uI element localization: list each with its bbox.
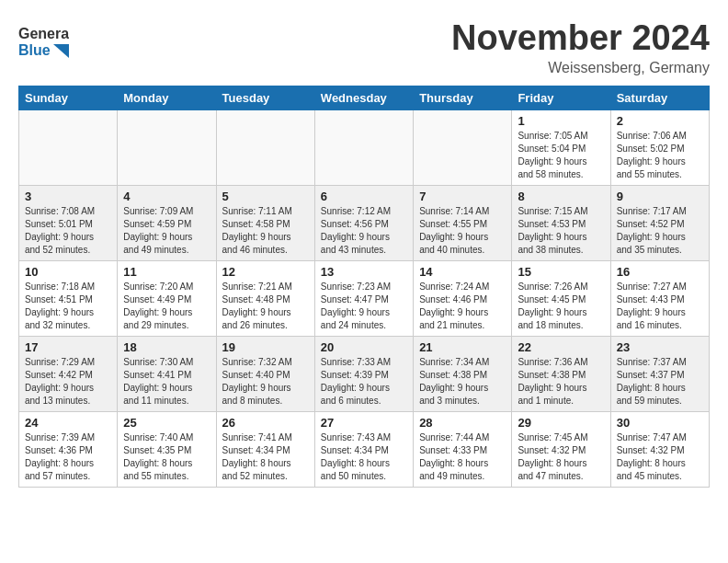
table-row: 17Sunrise: 7:29 AMSunset: 4:42 PMDayligh…: [19, 337, 118, 412]
table-row: 19Sunrise: 7:32 AMSunset: 4:40 PMDayligh…: [216, 337, 314, 412]
day-info: Sunrise: 7:34 AMSunset: 4:38 PMDaylight:…: [419, 356, 506, 408]
table-row: 30Sunrise: 7:47 AMSunset: 4:32 PMDayligh…: [610, 412, 709, 488]
day-number: 18: [123, 340, 210, 354]
col-sunday: Sunday: [19, 86, 118, 110]
day-number: 16: [617, 265, 703, 279]
table-row: 14Sunrise: 7:24 AMSunset: 4:46 PMDayligh…: [414, 261, 512, 337]
table-row: 25Sunrise: 7:40 AMSunset: 4:35 PMDayligh…: [118, 412, 216, 488]
table-row: 4Sunrise: 7:09 AMSunset: 4:59 PMDaylight…: [118, 186, 216, 261]
day-number: 24: [25, 416, 111, 430]
table-row: 5Sunrise: 7:11 AMSunset: 4:58 PMDaylight…: [216, 186, 314, 261]
day-number: 4: [123, 190, 210, 203]
day-info: Sunrise: 7:05 AMSunset: 5:04 PMDaylight:…: [518, 130, 604, 181]
day-info: Sunrise: 7:15 AMSunset: 4:53 PMDaylight:…: [518, 205, 604, 257]
day-number: 9: [617, 190, 703, 203]
col-wednesday: Wednesday: [314, 86, 413, 110]
svg-text:General: General: [18, 26, 69, 41]
day-number: 20: [321, 340, 407, 354]
day-number: 19: [222, 340, 309, 354]
day-info: Sunrise: 7:30 AMSunset: 4:41 PMDaylight:…: [123, 356, 210, 408]
location-label: Weissensberg, Germany: [451, 60, 710, 76]
col-monday: Monday: [118, 86, 216, 110]
table-row: 10Sunrise: 7:18 AMSunset: 4:51 PMDayligh…: [19, 261, 118, 337]
table-row: [19, 110, 118, 186]
day-info: Sunrise: 7:43 AMSunset: 4:34 PMDaylight:…: [321, 431, 407, 483]
day-info: Sunrise: 7:14 AMSunset: 4:55 PMDaylight:…: [419, 205, 506, 257]
svg-text:Blue: Blue: [18, 42, 51, 58]
table-row: [118, 110, 216, 186]
day-number: 15: [518, 265, 604, 279]
table-row: [414, 110, 512, 186]
day-number: 13: [321, 265, 407, 279]
table-row: 1Sunrise: 7:05 AMSunset: 5:04 PMDaylight…: [512, 110, 610, 186]
table-row: 26Sunrise: 7:41 AMSunset: 4:34 PMDayligh…: [216, 412, 314, 488]
day-number: 30: [617, 416, 703, 430]
day-info: Sunrise: 7:29 AMSunset: 4:42 PMDaylight:…: [25, 356, 111, 408]
col-tuesday: Tuesday: [216, 86, 314, 110]
month-title: November 2024: [451, 18, 710, 58]
calendar-header-row: Sunday Monday Tuesday Wednesday Thursday…: [19, 86, 710, 110]
day-info: Sunrise: 7:41 AMSunset: 4:34 PMDaylight:…: [222, 431, 309, 483]
table-row: 27Sunrise: 7:43 AMSunset: 4:34 PMDayligh…: [314, 412, 413, 488]
day-number: 8: [518, 190, 604, 203]
calendar-week-row: 10Sunrise: 7:18 AMSunset: 4:51 PMDayligh…: [19, 261, 710, 337]
table-row: 23Sunrise: 7:37 AMSunset: 4:37 PMDayligh…: [610, 337, 709, 412]
day-number: 23: [617, 340, 703, 354]
title-block: November 2024 Weissensberg, Germany: [451, 18, 710, 76]
day-info: Sunrise: 7:45 AMSunset: 4:32 PMDaylight:…: [518, 431, 604, 483]
day-info: Sunrise: 7:24 AMSunset: 4:46 PMDaylight:…: [419, 281, 506, 332]
table-row: 11Sunrise: 7:20 AMSunset: 4:49 PMDayligh…: [118, 261, 216, 337]
day-number: 11: [123, 265, 210, 279]
table-row: 20Sunrise: 7:33 AMSunset: 4:39 PMDayligh…: [314, 337, 413, 412]
day-number: 25: [123, 416, 210, 430]
day-info: Sunrise: 7:27 AMSunset: 4:43 PMDaylight:…: [617, 281, 703, 332]
calendar-week-row: 3Sunrise: 7:08 AMSunset: 5:01 PMDaylight…: [19, 186, 710, 261]
table-row: [216, 110, 314, 186]
day-number: 7: [419, 190, 506, 203]
table-row: 29Sunrise: 7:45 AMSunset: 4:32 PMDayligh…: [512, 412, 610, 488]
col-saturday: Saturday: [610, 86, 709, 110]
logo: General Blue: [18, 18, 74, 64]
table-row: 3Sunrise: 7:08 AMSunset: 5:01 PMDaylight…: [19, 186, 118, 261]
table-row: 8Sunrise: 7:15 AMSunset: 4:53 PMDaylight…: [512, 186, 610, 261]
table-row: [314, 110, 413, 186]
day-number: 12: [222, 265, 309, 279]
day-info: Sunrise: 7:26 AMSunset: 4:45 PMDaylight:…: [518, 281, 604, 332]
day-number: 14: [419, 265, 506, 279]
day-info: Sunrise: 7:33 AMSunset: 4:39 PMDaylight:…: [321, 356, 407, 408]
calendar-table: Sunday Monday Tuesday Wednesday Thursday…: [18, 86, 710, 488]
day-info: Sunrise: 7:47 AMSunset: 4:32 PMDaylight:…: [617, 431, 703, 483]
day-number: 17: [25, 340, 111, 354]
day-info: Sunrise: 7:09 AMSunset: 4:59 PMDaylight:…: [123, 205, 210, 257]
table-row: 7Sunrise: 7:14 AMSunset: 4:55 PMDaylight…: [414, 186, 512, 261]
logo-icon: General Blue: [18, 18, 69, 64]
col-friday: Friday: [512, 86, 610, 110]
day-number: 26: [222, 416, 309, 430]
table-row: 16Sunrise: 7:27 AMSunset: 4:43 PMDayligh…: [610, 261, 709, 337]
table-row: 12Sunrise: 7:21 AMSunset: 4:48 PMDayligh…: [216, 261, 314, 337]
day-info: Sunrise: 7:20 AMSunset: 4:49 PMDaylight:…: [123, 281, 210, 332]
day-number: 5: [222, 190, 309, 203]
svg-marker-2: [53, 44, 69, 58]
table-row: 22Sunrise: 7:36 AMSunset: 4:38 PMDayligh…: [512, 337, 610, 412]
day-info: Sunrise: 7:08 AMSunset: 5:01 PMDaylight:…: [25, 205, 111, 257]
calendar-week-row: 24Sunrise: 7:39 AMSunset: 4:36 PMDayligh…: [19, 412, 710, 488]
day-info: Sunrise: 7:40 AMSunset: 4:35 PMDaylight:…: [123, 431, 210, 483]
day-number: 3: [25, 190, 111, 203]
day-info: Sunrise: 7:32 AMSunset: 4:40 PMDaylight:…: [222, 356, 309, 408]
day-info: Sunrise: 7:06 AMSunset: 5:02 PMDaylight:…: [617, 130, 703, 181]
calendar-page: General Blue November 2024 Weissensberg,…: [0, 0, 728, 497]
day-info: Sunrise: 7:39 AMSunset: 4:36 PMDaylight:…: [25, 431, 111, 483]
calendar-week-row: 1Sunrise: 7:05 AMSunset: 5:04 PMDaylight…: [19, 110, 710, 186]
table-row: 6Sunrise: 7:12 AMSunset: 4:56 PMDaylight…: [314, 186, 413, 261]
day-info: Sunrise: 7:18 AMSunset: 4:51 PMDaylight:…: [25, 281, 111, 332]
table-row: 28Sunrise: 7:44 AMSunset: 4:33 PMDayligh…: [414, 412, 512, 488]
day-info: Sunrise: 7:23 AMSunset: 4:47 PMDaylight:…: [321, 281, 407, 332]
day-number: 2: [617, 114, 703, 128]
day-info: Sunrise: 7:17 AMSunset: 4:52 PMDaylight:…: [617, 205, 703, 257]
day-number: 10: [25, 265, 111, 279]
day-info: Sunrise: 7:11 AMSunset: 4:58 PMDaylight:…: [222, 205, 309, 257]
day-info: Sunrise: 7:37 AMSunset: 4:37 PMDaylight:…: [617, 356, 703, 408]
day-number: 28: [419, 416, 506, 430]
table-row: 9Sunrise: 7:17 AMSunset: 4:52 PMDaylight…: [610, 186, 709, 261]
